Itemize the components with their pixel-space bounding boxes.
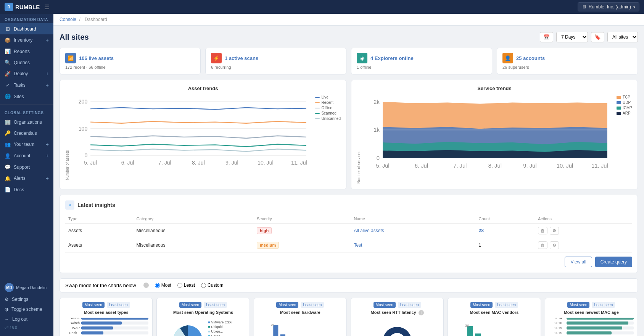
- radio-custom[interactable]: Custom: [201, 283, 223, 288]
- accounts-sub: 26 superusers: [502, 65, 632, 69]
- row2-action-settings[interactable]: ⚙: [550, 241, 559, 249]
- row1-action-settings[interactable]: ⚙: [550, 227, 559, 235]
- main-content: Console / Dashboard All sites 📅 7 Days 3…: [53, 14, 644, 336]
- table-row: Assets Miscellaneous high All alive asse…: [65, 223, 632, 238]
- sidebar-item-sites[interactable]: 🌐 Sites: [0, 91, 53, 102]
- alerts-icon: 🔔: [5, 176, 11, 181]
- organizations-icon: 🏢: [5, 119, 11, 125]
- org-selector[interactable]: 🖥 Rumble, Inc. (admin) ▾: [578, 2, 639, 11]
- accounts-link[interactable]: 25 accounts: [516, 55, 545, 61]
- sidebar-item-dashboard[interactable]: ⊞ Dashboard: [0, 23, 53, 34]
- sidebar-item-inventory[interactable]: 📦 Inventory +: [0, 34, 53, 46]
- settings-icon: ⚙: [5, 297, 9, 302]
- sidebar-item-settings[interactable]: ⚙ Settings: [0, 294, 53, 304]
- row2-name-link[interactable]: Test: [354, 242, 362, 248]
- create-query-button[interactable]: Create query: [595, 257, 632, 267]
- svg-text:0: 0: [377, 155, 380, 161]
- mini-chart-os-area: ■ VMware ESXi ■ Ubiquiti... ■ Ubiqu... ■…: [161, 318, 245, 336]
- sidebar-label-account: Account: [14, 153, 30, 158]
- view-all-button[interactable]: View all: [565, 257, 592, 267]
- sidebar-item-your-team[interactable]: 👥 Your team +: [0, 139, 53, 150]
- breadcrumb-console[interactable]: Console: [60, 17, 76, 22]
- live-assets-link[interactable]: 106 live assets: [79, 55, 114, 61]
- tab-least-seen-rtt[interactable]: Least seen: [398, 302, 421, 308]
- mini-chart-rtt-tabs: Most seen Least seen: [355, 302, 440, 308]
- deploy-plus-icon: +: [46, 71, 49, 77]
- legend-offline-dot: [315, 108, 320, 108]
- tab-least-seen-mac-vendors[interactable]: Least seen: [495, 302, 518, 308]
- mini-chart-asset-types: Most seen Least seen Most seen asset typ…: [60, 298, 153, 336]
- legend-offline-label: Offline: [321, 106, 332, 110]
- bar-row-2015a: 2015...: [549, 331, 634, 335]
- tab-most-seen-os[interactable]: Most seen: [179, 302, 201, 308]
- service-trends-svg: 2k 1k 0 5. Jul 6. Jul 7. Jul 8. Jul 9. J…: [364, 95, 613, 184]
- radio-custom-input[interactable]: [201, 283, 206, 288]
- mini-chart-os: Most seen Least seen Most seen Operating…: [156, 298, 250, 336]
- tab-most-seen-hardware[interactable]: Most seen: [276, 302, 298, 308]
- svg-text:7. Jul: 7. Jul: [453, 163, 467, 169]
- sidebar-item-tasks[interactable]: ✓ Tasks +: [0, 79, 53, 91]
- bookmark-icon-btn[interactable]: 🔖: [591, 32, 604, 42]
- col-actions: Actions: [535, 214, 632, 224]
- os-legend-ubiquiti1: ■ Ubiquiti...: [208, 325, 235, 329]
- os-chart-content: ■ VMware ESXi ■ Ubiquiti... ■ Ubiqu... ■…: [161, 318, 245, 336]
- tab-most-seen-rtt[interactable]: Most seen: [374, 302, 396, 308]
- rumble-logo-icon: R: [5, 3, 13, 11]
- date-range-select[interactable]: 7 Days 30 Days 90 Days: [556, 32, 588, 42]
- bar-chart-asset-types: Server Switch WAP Desk... IP Ca... Voice…: [64, 318, 148, 336]
- radio-most[interactable]: Most: [155, 283, 171, 288]
- legend-recent-dot: [315, 102, 320, 103]
- radio-least-input[interactable]: [177, 283, 182, 288]
- row2-action-delete[interactable]: 🗑: [538, 241, 547, 249]
- bar-track-2014: [567, 318, 634, 320]
- rumble-logo: R RUMBLE: [5, 3, 40, 11]
- sidebar-item-log-out[interactable]: → Log out: [0, 314, 53, 324]
- radio-most-input[interactable]: [155, 283, 160, 288]
- mini-chart-rtt-area: 0: [355, 318, 440, 336]
- tab-most-seen-asset-types[interactable]: Most seen: [82, 302, 105, 308]
- sidebar-item-organizations[interactable]: 🏢 Organizations: [0, 116, 53, 128]
- sidebar-item-docs[interactable]: 📄 Docs: [0, 184, 53, 195]
- sidebar-item-support[interactable]: 💬 Support: [0, 162, 53, 173]
- tab-most-seen-mac-age[interactable]: Most seen: [567, 302, 589, 308]
- service-trends-title: Service trends: [357, 86, 632, 91]
- sidebar-label-alerts: Alerts: [14, 176, 26, 181]
- legend-udp-label: UDP: [623, 100, 631, 105]
- tab-most-seen-mac-vendors[interactable]: Most seen: [470, 302, 493, 308]
- sidebar-item-deploy[interactable]: 🚀 Deploy +: [0, 68, 53, 79]
- svg-rect-31: [273, 325, 278, 336]
- tab-least-seen-hardware[interactable]: Least seen: [301, 302, 324, 308]
- radio-least[interactable]: Least: [177, 283, 195, 288]
- tab-least-seen-os[interactable]: Least seen: [204, 302, 227, 308]
- mini-chart-hardware-area: 30 20 10 0 VMwa... NetGe... TREN... Ubiq…: [258, 318, 343, 336]
- asset-trends-svg: 200 100 0: [72, 95, 312, 180]
- asset-trends-y-label: Number of assets: [65, 95, 69, 180]
- mini-chart-mac-age: Most seen Least seen Most seen newest MA…: [545, 298, 638, 336]
- sidebar-label-inventory: Inventory: [14, 37, 32, 43]
- version-label: v2.15.0: [0, 324, 53, 333]
- sidebar-item-account[interactable]: 👤 Account +: [0, 150, 53, 162]
- row1-action-delete[interactable]: 🗑: [538, 227, 547, 234]
- svg-text:10. Jul: 10. Jul: [557, 163, 573, 169]
- sidebar-item-queries[interactable]: 🔍 Queries: [0, 57, 53, 68]
- sites-filter-select[interactable]: All sites: [607, 32, 638, 42]
- sidebar-item-alerts[interactable]: 🔔 Alerts +: [0, 173, 53, 184]
- tab-least-seen-mac-age[interactable]: Least seen: [592, 302, 615, 308]
- tab-least-seen-asset-types[interactable]: Least seen: [107, 302, 130, 308]
- calendar-icon-btn[interactable]: 📅: [540, 32, 553, 42]
- bar-fill-switch: [81, 321, 122, 325]
- explorers-link[interactable]: 4 Explorers online: [370, 55, 414, 61]
- sidebar-item-credentials[interactable]: 🔑 Credentials: [0, 128, 53, 139]
- sidebar-item-toggle-scheme[interactable]: ◑ Toggle scheme: [0, 304, 53, 314]
- svg-text:7. Jul: 7. Jul: [158, 160, 171, 166]
- mini-charts-row: Most seen Least seen Most seen asset typ…: [60, 298, 638, 336]
- explorers-icon: ◉: [357, 53, 367, 63]
- legend-arp-label: ARP: [623, 111, 631, 115]
- sidebar-item-reports[interactable]: 📊 Reports: [0, 46, 53, 57]
- bar-row-2010: 2010...: [549, 321, 634, 325]
- legend-live-dot: [315, 97, 320, 98]
- sidebar-label-docs: Docs: [14, 187, 24, 192]
- hamburger-icon[interactable]: ☰: [44, 3, 50, 11]
- active-scans-link[interactable]: 1 active scans: [225, 55, 258, 61]
- row1-name-link[interactable]: All alive assets: [354, 228, 384, 233]
